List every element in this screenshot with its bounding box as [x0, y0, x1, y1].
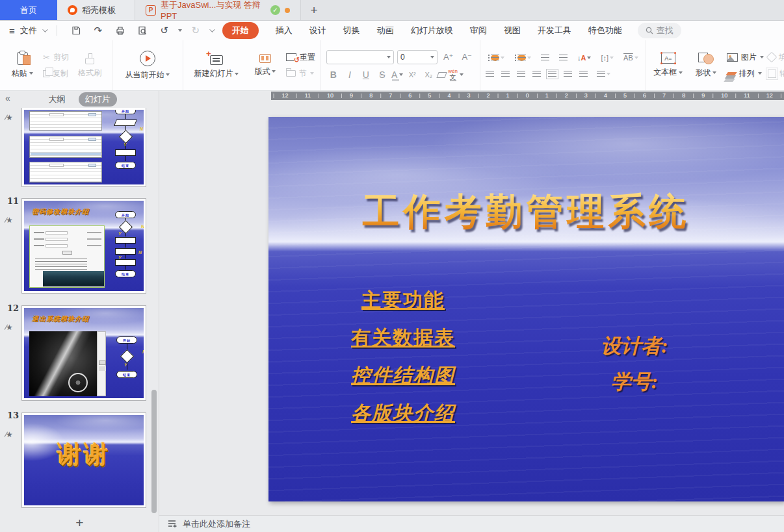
increase-indent-button[interactable] — [557, 53, 569, 62]
numbering-button[interactable] — [512, 53, 533, 62]
line-spacing-icon — [597, 71, 605, 77]
print-preview-button[interactable] — [134, 23, 151, 38]
collapse-panel-icon[interactable]: « — [5, 93, 10, 103]
slide-editor: |12|11|10|9|8|7|6|5|4|3|2|1|0|1|2|3|4|5|… — [159, 91, 784, 532]
text-direction-button[interactable]: [↕] — [599, 53, 616, 63]
bold-button[interactable]: B — [326, 70, 341, 80]
add-slide-button[interactable]: + — [0, 515, 159, 531]
redo-button[interactable]: ↻ — [187, 23, 204, 38]
menu-transitions[interactable]: 切换 — [343, 25, 360, 36]
format-painter-button[interactable]: 格式刷 — [73, 45, 107, 86]
menu-view[interactable]: 视图 — [504, 25, 521, 36]
distribute-icon[interactable] — [548, 71, 556, 77]
menu-special-features[interactable]: 特色功能 — [588, 25, 622, 36]
strikethrough-button[interactable]: S — [375, 70, 389, 80]
subscript-button[interactable]: X₂ — [421, 71, 436, 79]
phonetic-dropdown-icon[interactable] — [460, 73, 464, 78]
grow-font-button[interactable]: A⁺ — [441, 52, 456, 62]
menu-review[interactable]: 审阅 — [470, 25, 487, 36]
fill-button[interactable]: 填充 — [768, 52, 784, 63]
divider — [57, 25, 57, 36]
save-button[interactable] — [68, 23, 85, 38]
decrease-indent-button[interactable] — [539, 53, 551, 62]
tab-home[interactable]: 首页 — [0, 0, 57, 20]
cut-button[interactable]: ✂剪切 — [43, 52, 69, 63]
italic-button[interactable]: I — [343, 70, 357, 80]
phonetic-guide-button[interactable]: wén文 — [448, 69, 458, 81]
font-size-select[interactable]: 0 — [397, 50, 438, 64]
paste-button[interactable]: 粘贴 — [5, 45, 39, 86]
link-control-structure[interactable]: 控件结构图 — [336, 362, 470, 389]
align-left-icon[interactable] — [486, 71, 494, 77]
picture-button[interactable]: 图片 — [727, 52, 764, 63]
section-button[interactable]: 节 — [286, 68, 315, 79]
slide-thumbnail-11[interactable]: 11 ★ 密码修改模块介绍 开始 — [0, 195, 159, 294]
slide-thumbnail-12[interactable]: 12 ★ 退出系统模块介绍 开始 N Y 结束 — [0, 302, 159, 401]
menu-design[interactable]: 设计 — [309, 25, 326, 36]
outline-button[interactable]: 轮廓 — [768, 68, 784, 79]
share-button[interactable]: ↷ — [90, 23, 107, 38]
layout-icon — [259, 54, 271, 63]
justify-icon[interactable] — [532, 71, 541, 77]
textbox-button[interactable]: A= 文本框 — [651, 45, 685, 86]
slide-credits[interactable]: 设计者: 学号: — [579, 333, 690, 404]
picture-icon — [727, 53, 738, 62]
link-module-intro[interactable]: 各版块介绍 — [336, 400, 470, 427]
clear-format-icon[interactable] — [437, 72, 447, 78]
new-slide-button[interactable]: 新建幻灯片 — [189, 45, 244, 86]
undo-button[interactable]: ↺ — [156, 23, 173, 38]
line-spacing-button[interactable] — [595, 70, 612, 79]
font-color-button[interactable]: A — [391, 70, 397, 80]
layout-button[interactable]: 版式 — [248, 45, 282, 86]
paragraph-group: ↓A [↕] AB — [480, 40, 646, 90]
align-center-icon[interactable] — [501, 71, 510, 77]
menu-animation[interactable]: 动画 — [377, 25, 394, 36]
shapes-button[interactable]: 形状 — [689, 45, 723, 86]
underline-button[interactable]: U — [359, 70, 373, 80]
slide-thumbnail-10[interactable]: ★ 开始 N Y — [0, 108, 159, 187]
tab-slides[interactable]: 幻灯片 — [79, 92, 117, 107]
slide-canvas[interactable]: 工作考勤管理系统 主要功能 有关数据表 控件结构图 各版块介绍 设计者: 学号: — [268, 117, 784, 501]
arrange-button[interactable]: 排列 — [727, 68, 764, 79]
designer-label: 设计者: — [579, 333, 690, 360]
slide-thumbnail-13[interactable]: 13 ★ 谢谢 — [0, 409, 159, 508]
outline-icon — [768, 70, 776, 78]
tab-outline[interactable]: 大纲 — [42, 92, 72, 107]
slide-title[interactable]: 工作考勤管理系统 — [268, 187, 784, 237]
new-tab-button[interactable]: + — [301, 0, 327, 20]
notes-bar[interactable]: 单击此处添加备注 — [159, 515, 784, 532]
file-menu[interactable]: 文件 — [20, 25, 37, 36]
print-button[interactable] — [112, 23, 129, 38]
slides-group: 新建幻灯片 版式 重置 节 — [183, 40, 321, 90]
line-spacing-increase-icon[interactable] — [564, 71, 572, 77]
bullets-button[interactable] — [486, 53, 506, 62]
search-box[interactable]: 查找 — [638, 23, 681, 38]
menu-home[interactable]: 开始 — [222, 22, 259, 39]
tab-docer-template[interactable]: 稻壳模板 — [57, 0, 135, 20]
align-right-icon[interactable] — [517, 71, 525, 77]
superscript-button[interactable]: X² — [405, 71, 419, 79]
copy-button[interactable]: 复制 — [43, 68, 69, 79]
tab-document[interactable]: P 基于JavaSwi...与实现 答辩PPT ✓ — [135, 0, 301, 20]
sidebar-scrollbar[interactable] — [151, 390, 157, 513]
ribbon-toolbar: 粘贴 ✂剪切 复制 格式刷 从当前开始 新建幻灯片 — [0, 40, 784, 91]
menu-insert[interactable]: 插入 — [276, 25, 293, 36]
arrange-icon — [725, 72, 737, 75]
character-spacing-button[interactable]: AB — [621, 53, 640, 63]
link-data-tables[interactable]: 有关数据表 — [336, 325, 470, 351]
link-main-functions[interactable]: 主要功能 — [336, 287, 470, 314]
bullets-icon — [491, 55, 499, 61]
file-menu-chevron-icon[interactable] — [42, 27, 47, 32]
line-spacing-decrease-icon[interactable] — [579, 71, 588, 77]
text-sort-button[interactable]: ↓A — [575, 53, 593, 63]
font-color-dropdown-icon[interactable] — [399, 73, 403, 78]
hamburger-menu-icon[interactable]: ≡ — [9, 25, 15, 36]
play-from-current-button[interactable]: 从当前开始 — [118, 45, 177, 86]
undo-dropdown-icon[interactable] — [178, 29, 182, 34]
more-commands-chevron-icon[interactable] — [209, 27, 215, 32]
shrink-font-button[interactable]: A⁻ — [459, 52, 475, 62]
menu-slideshow[interactable]: 幻灯片放映 — [411, 25, 453, 36]
menu-devtools[interactable]: 开发工具 — [538, 25, 571, 36]
reset-button[interactable]: 重置 — [286, 52, 315, 63]
font-family-select[interactable] — [326, 50, 394, 64]
